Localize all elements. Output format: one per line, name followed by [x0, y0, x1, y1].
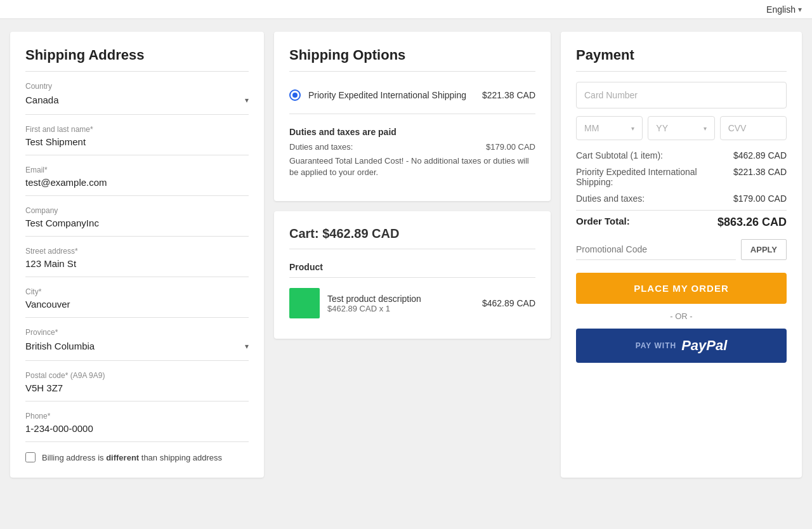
street-field: Street address* 123 Main St: [25, 247, 249, 277]
chevron-down-icon: ▾: [245, 342, 249, 351]
city-value: Vancouver: [25, 297, 70, 311]
product-image: [289, 288, 320, 318]
product-price: $462.89 CAD: [482, 298, 535, 308]
country-value: Canada: [25, 93, 59, 107]
shipping-options-panel: Shipping Options Priority Expedited Inte…: [274, 32, 551, 201]
or-divider: - OR -: [576, 311, 787, 321]
cart-product-row: Test product description $462.89 CAD x 1…: [289, 283, 535, 323]
company-value: Test CompanyInc: [25, 216, 99, 230]
shipping-option-row[interactable]: Priority Expedited International Shippin…: [289, 82, 535, 108]
province-value: British Columbia: [25, 339, 95, 353]
cart-subtotal-label: Cart Subtotal (1 item):: [576, 150, 733, 160]
product-info: Test product description $462.89 CAD x 1: [327, 294, 475, 313]
duties-title: Duties and taxes are paid: [289, 127, 535, 137]
phone-value: 1-234-000-0000: [25, 422, 93, 435]
street-value: 123 Main St: [25, 257, 76, 270]
duties-note: Guaranteed Total Landed Cost! - No addit…: [289, 155, 535, 178]
cart-panel: Cart: $462.89 CAD Product Test product d…: [274, 211, 551, 339]
cart-title-prefix: Cart:: [289, 226, 322, 240]
paypal-brand: PayPal: [681, 337, 727, 354]
duties-summary-value: $179.00 CAD: [733, 193, 787, 204]
country-label: Country: [25, 82, 249, 91]
payment-title: Payment: [576, 47, 787, 72]
cart-subtotal-value: $462.89 CAD: [733, 150, 787, 160]
email-value: test@example.com: [25, 176, 107, 189]
cvv-placeholder: CVV: [728, 123, 747, 133]
chevron-down-icon: ▾: [631, 125, 634, 132]
duties-section: Duties and taxes are paid Duties and tax…: [289, 119, 535, 186]
divider: [289, 114, 535, 114]
chevron-down-icon: ▾: [704, 125, 707, 132]
chevron-down-icon: ▾: [245, 96, 249, 105]
shipping-option-price: $221.38 CAD: [482, 90, 535, 100]
email-label: Email*: [25, 166, 249, 174]
mm-placeholder: MM: [584, 123, 599, 133]
shipping-summary-label: Priority Expedited International Shippin…: [576, 167, 733, 187]
name-label: First and last name*: [25, 125, 249, 134]
shipping-summary-row: Priority Expedited International Shippin…: [576, 167, 787, 187]
company-field: Company Test CompanyInc: [25, 206, 249, 237]
expiry-cvv-row: MM ▾ YY ▾ CVV: [576, 116, 787, 140]
order-total-label: Order Total:: [576, 216, 630, 229]
product-unit: $462.89 CAD x 1: [327, 304, 475, 313]
product-name: Test product description: [327, 294, 475, 304]
duties-value: $179.00 CAD: [486, 142, 535, 152]
place-order-button[interactable]: PLACE MY ORDER: [576, 273, 787, 304]
phone-label: Phone*: [25, 412, 249, 421]
email-field: Email* test@example.com: [25, 166, 249, 196]
billing-label: Billing address is different than shippi…: [42, 453, 222, 462]
apply-button[interactable]: APPLY: [741, 239, 787, 260]
duties-row: Duties and taxes: $179.00 CAD: [289, 142, 535, 152]
paypal-button[interactable]: PAY WITH PayPal: [576, 329, 787, 363]
radio-button[interactable]: [289, 89, 301, 101]
shipping-address-title: Shipping Address: [25, 47, 249, 72]
cart-product-header: Product: [289, 257, 535, 278]
language-label: English: [766, 4, 796, 15]
duties-summary-row: Duties and taxes: $179.00 CAD: [576, 193, 787, 204]
shipping-option-label: Priority Expedited International Shippin…: [308, 90, 475, 100]
company-label: Company: [25, 206, 249, 215]
country-select[interactable]: Canada ▾: [25, 93, 249, 107]
duties-summary-label: Duties and taxes:: [576, 193, 733, 204]
postal-value: V5H 3Z7: [25, 381, 63, 395]
postal-label: Postal code* (A9A 9A9): [25, 371, 249, 380]
billing-different-checkbox[interactable]: [25, 452, 36, 462]
language-selector[interactable]: English ▾: [766, 4, 802, 15]
shipping-summary-value: $221.38 CAD: [733, 167, 787, 187]
payment-panel: Payment Card Number MM ▾ YY ▾ CVV Cart S…: [561, 32, 802, 478]
promo-row: APPLY: [576, 239, 787, 260]
promo-input[interactable]: [576, 239, 736, 260]
middle-column: Shipping Options Priority Expedited Inte…: [274, 32, 551, 478]
name-field: First and last name* Test Shipment: [25, 125, 249, 155]
radio-inner: [292, 93, 298, 98]
yy-field[interactable]: YY ▾: [648, 116, 714, 140]
card-number-field[interactable]: Card Number: [576, 82, 787, 108]
postal-field: Postal code* (A9A 9A9) V5H 3Z7: [25, 371, 249, 402]
chevron-down-icon: ▾: [798, 5, 802, 14]
country-field: Country Canada ▾: [25, 82, 249, 115]
province-field: Province* British Columbia ▾: [25, 328, 249, 361]
duties-label: Duties and taxes:: [289, 142, 353, 152]
province-label: Province*: [25, 328, 249, 337]
cvv-field[interactable]: CVV: [720, 116, 787, 140]
cart-total: $462.89 CAD: [322, 226, 399, 240]
cart-subtotal-row: Cart Subtotal (1 item): $462.89 CAD: [576, 150, 787, 160]
card-number-placeholder: Card Number: [584, 90, 638, 100]
shipping-address-panel: Shipping Address Country Canada ▾ First …: [10, 32, 264, 478]
order-total-row: Order Total: $863.26 CAD: [576, 210, 787, 229]
paypal-prefix: PAY WITH: [636, 341, 676, 350]
billing-address-row: Billing address is different than shippi…: [25, 452, 249, 462]
top-bar: English ▾: [0, 0, 812, 19]
cart-title: Cart: $462.89 CAD: [289, 226, 535, 249]
shipping-options-title: Shipping Options: [289, 47, 535, 72]
street-label: Street address*: [25, 247, 249, 256]
city-field: City* Vancouver: [25, 287, 249, 318]
province-select[interactable]: British Columbia ▾: [25, 339, 249, 353]
name-value: Test Shipment: [25, 135, 86, 148]
yy-placeholder: YY: [656, 123, 668, 133]
phone-field: Phone* 1-234-000-0000: [25, 412, 249, 442]
city-label: City*: [25, 287, 249, 296]
main-content: Shipping Address Country Canada ▾ First …: [0, 19, 812, 490]
mm-field[interactable]: MM ▾: [576, 116, 643, 140]
order-total-value: $863.26 CAD: [717, 216, 787, 229]
